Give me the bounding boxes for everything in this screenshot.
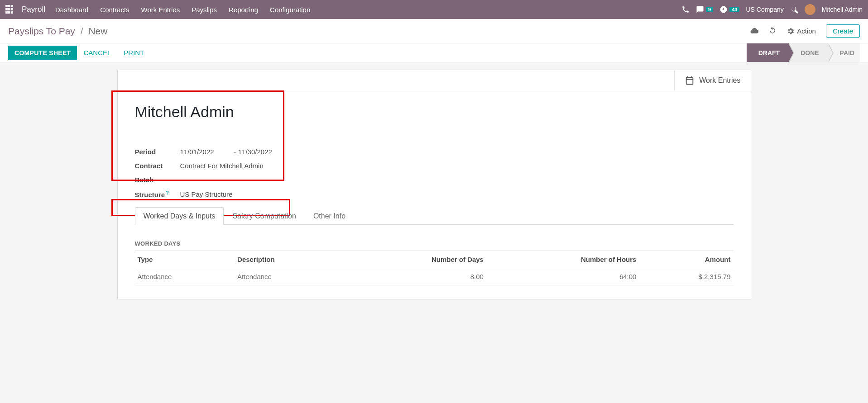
tab-salary-computation[interactable]: Salary Computation (224, 207, 305, 225)
chat-badge: 9 (706, 7, 713, 12)
compute-sheet-button[interactable]: COMPUTE SHEET (8, 46, 77, 60)
worked-days-title: WORKED DAYS (135, 240, 734, 247)
menu-configuration[interactable]: Configuration (270, 6, 310, 14)
systray: 9 43 US Company Mitchell Admin (681, 4, 863, 15)
field-batch: Batch (135, 176, 464, 184)
cloud-icon[interactable] (750, 26, 758, 36)
print-button[interactable]: PRINT (117, 45, 150, 60)
tab-other-info[interactable]: Other Info (305, 207, 354, 225)
field-period: Period 11/01/2022 - 11/30/2022 (135, 148, 464, 156)
status-draft[interactable]: DRAFT (747, 43, 789, 62)
worked-days-table: Type Description Number of Days Number o… (135, 251, 734, 285)
period-from[interactable]: 11/01/2022 (180, 148, 214, 156)
col-days: Number of Days (342, 251, 486, 268)
action-row: COMPUTE SHEET CANCEL PRINT DRAFT DONE PA… (0, 43, 868, 62)
status-done[interactable]: DONE (789, 43, 828, 62)
field-structure: Structure? US Pay Structure (135, 190, 464, 199)
work-entries-button[interactable]: Work Entries (674, 70, 750, 91)
crumb-parent[interactable]: Payslips To Pay (8, 26, 75, 36)
contract-value[interactable]: Contract For Mitchell Admin (180, 162, 264, 170)
period-to[interactable]: - 11/30/2022 (234, 148, 272, 156)
user-name[interactable]: Mitchell Admin (822, 6, 863, 13)
breadcrumb-bar: Payslips To Pay / New Action Create (0, 19, 868, 43)
table-row[interactable]: Attendance Attendance 8.00 64:00 $ 2,315… (135, 268, 734, 285)
chat-icon[interactable]: 9 (696, 5, 713, 14)
col-amount: Amount (639, 251, 733, 268)
menu-contracts[interactable]: Contracts (100, 6, 129, 14)
form-sheet: Work Entries Mitchell Admin Period 11/01… (117, 70, 751, 299)
help-icon[interactable]: ? (166, 190, 169, 195)
create-button[interactable]: Create (826, 24, 860, 38)
undo-icon[interactable] (768, 26, 777, 36)
crumb-tools: Action Create (750, 24, 860, 38)
field-contract: Contract Contract For Mitchell Admin (135, 162, 464, 170)
employee-name[interactable]: Mitchell Admin (135, 103, 734, 121)
menu-payslips[interactable]: Payslips (192, 6, 217, 14)
calendar-icon (685, 76, 695, 85)
tools-icon[interactable] (790, 5, 798, 14)
action-dropdown[interactable]: Action (786, 27, 816, 35)
col-desc: Description (235, 251, 342, 268)
top-nav: Payroll Dashboard Contracts Work Entries… (0, 0, 868, 19)
status-bar: DRAFT DONE PAID (747, 43, 860, 62)
avatar[interactable] (805, 4, 815, 15)
phone-icon[interactable] (681, 5, 690, 14)
company-switch[interactable]: US Company (746, 6, 783, 13)
menu-reporting[interactable]: Reporting (229, 6, 258, 14)
col-type: Type (135, 251, 235, 268)
menu-dashboard[interactable]: Dashboard (55, 6, 88, 14)
field-group: Period 11/01/2022 - 11/30/2022 Contract … (135, 148, 464, 199)
breadcrumb: Payslips To Pay / New (8, 26, 107, 37)
cancel-button[interactable]: CANCEL (77, 45, 117, 60)
notebook-tabs: Worked Days & Inputs Salary Computation … (135, 207, 734, 225)
col-hours: Number of Hours (486, 251, 639, 268)
crumb-current: New (88, 26, 107, 36)
clock-icon[interactable]: 43 (719, 5, 739, 14)
menu-work-entries[interactable]: Work Entries (141, 6, 180, 14)
clock-badge: 43 (729, 7, 739, 12)
app-name[interactable]: Payroll (22, 5, 45, 14)
structure-value[interactable]: US Pay Structure (180, 190, 233, 198)
main-menu: Dashboard Contracts Work Entries Payslip… (55, 6, 310, 14)
tab-worked-days[interactable]: Worked Days & Inputs (135, 207, 224, 225)
apps-icon[interactable] (5, 5, 14, 14)
